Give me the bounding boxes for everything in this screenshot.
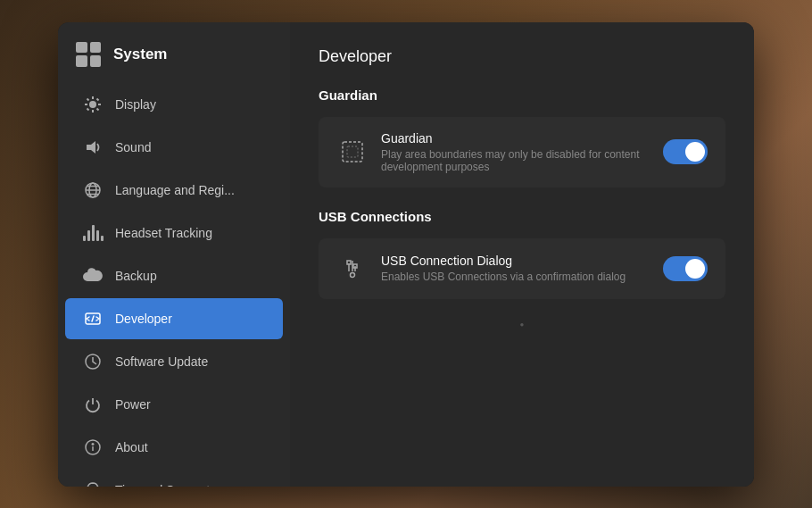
waveform-icon — [83, 223, 103, 243]
sidebar-item-software-update[interactable]: Software Update — [65, 341, 283, 382]
software-update-label: Software Update — [115, 354, 208, 369]
about-label: About — [115, 440, 148, 454]
display-label: Display — [115, 97, 156, 112]
info-icon — [83, 437, 103, 457]
usb-setting-desc: Enables USB Connections via a confirmati… — [381, 271, 663, 283]
svg-line-8 — [87, 108, 89, 110]
developer-icon — [83, 309, 103, 329]
guardian-setting-row: Guardian Play area boundaries may only b… — [319, 117, 725, 187]
sidebar-item-display[interactable]: Display — [65, 84, 283, 125]
cloud-icon — [83, 266, 103, 286]
sidebar-header: System — [58, 29, 290, 83]
dot-indicator: ● — [319, 321, 725, 329]
sound-icon — [83, 137, 103, 157]
clock-icon — [83, 352, 103, 371]
headset-tracking-label: Headset Tracking — [115, 226, 212, 240]
language-label: Language and Regi... — [115, 183, 235, 197]
main-content: Developer Guardian Guardian Play area bo… — [290, 22, 754, 487]
svg-point-20 — [92, 443, 94, 445]
guardian-section: Guardian Guardian Play area boundaries m… — [319, 87, 725, 187]
tips-label: Tips and Support — [115, 483, 210, 487]
guardian-setting-desc: Play area boundaries may only be disable… — [381, 148, 663, 173]
system-grid-icon — [76, 42, 101, 67]
guardian-icon — [336, 136, 369, 168]
guardian-section-title: Guardian — [319, 87, 725, 103]
usb-section: USB Connections USB Connection Dialog — [319, 209, 725, 299]
svg-line-5 — [87, 98, 89, 100]
sidebar-item-sound[interactable]: Sound — [65, 127, 283, 168]
sidebar: System Display — [58, 22, 290, 487]
power-label: Power — [115, 397, 151, 412]
power-icon — [83, 395, 103, 414]
sound-label: Sound — [115, 140, 151, 154]
bulb-icon — [83, 480, 103, 487]
sidebar-item-power[interactable]: Power — [65, 384, 283, 425]
usb-setting-name: USB Connection Dialog — [381, 254, 663, 268]
svg-point-25 — [351, 272, 355, 277]
svg-rect-24 — [347, 146, 358, 157]
page-title: Developer — [319, 47, 725, 66]
guardian-toggle[interactable] — [663, 139, 708, 164]
sidebar-item-developer[interactable]: Developer — [65, 298, 283, 339]
svg-marker-9 — [87, 141, 95, 154]
svg-line-7 — [97, 98, 99, 100]
sidebar-item-tips[interactable]: Tips and Support — [65, 470, 283, 487]
settings-panel: System Display — [58, 22, 754, 487]
guardian-setting-name: Guardian — [381, 131, 663, 146]
guardian-setting-text: Guardian Play area boundaries may only b… — [381, 131, 663, 173]
usb-icon — [336, 253, 369, 285]
svg-rect-23 — [343, 142, 362, 162]
usb-setting-row: USB Connection Dialog Enables USB Connec… — [319, 238, 725, 299]
svg-line-16 — [92, 316, 94, 321]
developer-label: Developer — [115, 312, 172, 326]
usb-toggle[interactable] — [663, 256, 708, 281]
guardian-toggle-knob — [685, 142, 705, 162]
globe-icon — [83, 180, 103, 200]
svg-line-6 — [97, 108, 99, 110]
usb-toggle-knob — [685, 259, 705, 279]
sidebar-item-language[interactable]: Language and Regi... — [65, 170, 283, 211]
sidebar-item-headset-tracking[interactable]: Headset Tracking — [65, 212, 283, 254]
backup-label: Backup — [115, 269, 157, 283]
sidebar-item-about[interactable]: About — [65, 427, 283, 468]
svg-point-0 — [89, 101, 96, 108]
app-title: System — [113, 46, 167, 63]
usb-section-title: USB Connections — [319, 209, 725, 224]
sun-icon — [83, 95, 103, 114]
usb-setting-text: USB Connection Dialog Enables USB Connec… — [381, 254, 663, 283]
sidebar-item-backup[interactable]: Backup — [65, 255, 283, 296]
